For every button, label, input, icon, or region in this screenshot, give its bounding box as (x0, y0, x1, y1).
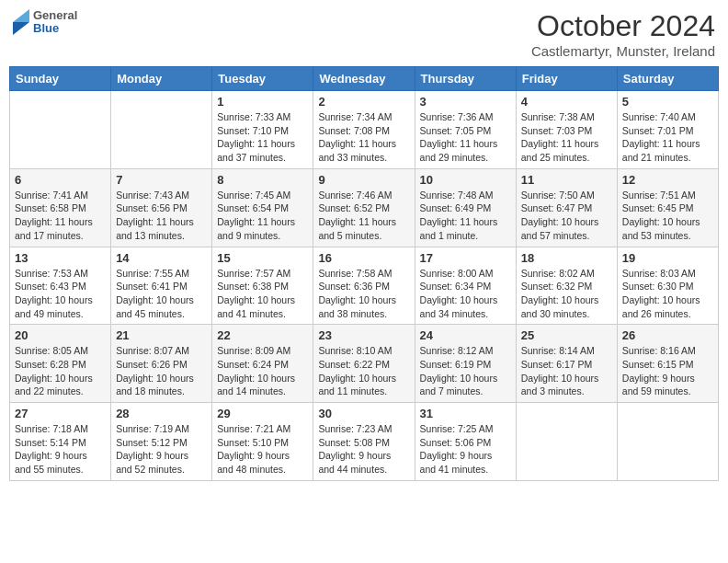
day-info: Sunrise: 8:03 AM Sunset: 6:30 PM Dayligh… (622, 267, 713, 321)
day-cell: 23Sunrise: 8:10 AM Sunset: 6:22 PM Dayli… (313, 325, 415, 403)
day-number: 8 (217, 173, 308, 187)
day-cell: 6Sunrise: 7:41 AM Sunset: 6:58 PM Daylig… (10, 168, 111, 247)
logo-blue: Blue (33, 22, 77, 35)
weekday-header-thursday: Thursday (415, 67, 516, 91)
day-cell: 12Sunrise: 7:51 AM Sunset: 6:45 PM Dayli… (617, 168, 718, 247)
day-info: Sunrise: 7:50 AM Sunset: 6:47 PM Dayligh… (521, 189, 612, 243)
day-cell: 15Sunrise: 7:57 AM Sunset: 6:38 PM Dayli… (212, 247, 313, 325)
day-number: 31 (420, 407, 511, 420)
weekday-header-sunday: Sunday (10, 67, 111, 91)
week-row-2: 13Sunrise: 7:53 AM Sunset: 6:43 PM Dayli… (10, 247, 719, 325)
calendar-table: SundayMondayTuesdayWednesdayThursdayFrid… (9, 66, 719, 481)
day-number: 20 (15, 328, 106, 342)
logo-icon (13, 9, 29, 35)
day-cell: 5Sunrise: 7:40 AM Sunset: 7:01 PM Daylig… (617, 91, 718, 169)
day-info: Sunrise: 8:02 AM Sunset: 6:32 PM Dayligh… (521, 267, 612, 321)
day-cell: 20Sunrise: 8:05 AM Sunset: 6:28 PM Dayli… (10, 325, 111, 403)
day-cell: 13Sunrise: 7:53 AM Sunset: 6:43 PM Dayli… (10, 247, 111, 325)
week-row-4: 27Sunrise: 7:18 AM Sunset: 5:14 PM Dayli… (10, 403, 719, 481)
day-info: Sunrise: 7:33 AM Sunset: 7:10 PM Dayligh… (217, 110, 308, 165)
day-info: Sunrise: 8:12 AM Sunset: 6:19 PM Dayligh… (420, 344, 511, 398)
day-info: Sunrise: 7:55 AM Sunset: 6:41 PM Dayligh… (116, 267, 207, 321)
week-row-3: 20Sunrise: 8:05 AM Sunset: 6:28 PM Dayli… (10, 325, 719, 403)
day-cell: 7Sunrise: 7:43 AM Sunset: 6:56 PM Daylig… (111, 168, 212, 247)
day-number: 28 (116, 407, 207, 420)
day-cell: 25Sunrise: 8:14 AM Sunset: 6:17 PM Dayli… (516, 325, 617, 403)
day-cell: 19Sunrise: 8:03 AM Sunset: 6:30 PM Dayli… (617, 247, 718, 325)
day-info: Sunrise: 7:34 AM Sunset: 7:08 PM Dayligh… (318, 110, 409, 165)
day-info: Sunrise: 8:00 AM Sunset: 6:34 PM Dayligh… (420, 267, 511, 321)
day-number: 18 (521, 251, 612, 265)
week-row-1: 6Sunrise: 7:41 AM Sunset: 6:58 PM Daylig… (10, 168, 719, 247)
week-row-0: 1Sunrise: 7:33 AM Sunset: 7:10 PM Daylig… (10, 91, 719, 169)
day-info: Sunrise: 7:46 AM Sunset: 6:52 PM Dayligh… (318, 189, 409, 243)
day-info: Sunrise: 7:48 AM Sunset: 6:49 PM Dayligh… (420, 189, 511, 243)
page-header: General Blue October 2024 Castlemartyr, … (9, 9, 719, 59)
day-number: 12 (622, 173, 713, 187)
day-cell: 26Sunrise: 8:16 AM Sunset: 6:15 PM Dayli… (617, 325, 718, 403)
day-cell: 1Sunrise: 7:33 AM Sunset: 7:10 PM Daylig… (212, 91, 313, 169)
day-number: 2 (318, 95, 409, 109)
day-info: Sunrise: 7:23 AM Sunset: 5:08 PM Dayligh… (318, 422, 409, 477)
day-number: 25 (521, 328, 612, 342)
day-cell: 31Sunrise: 7:25 AM Sunset: 5:06 PM Dayli… (415, 403, 516, 481)
day-info: Sunrise: 7:36 AM Sunset: 7:05 PM Dayligh… (420, 110, 511, 165)
weekday-header-monday: Monday (111, 67, 212, 91)
day-info: Sunrise: 8:16 AM Sunset: 6:15 PM Dayligh… (622, 344, 713, 398)
location: Castlemartyr, Munster, Ireland (531, 43, 715, 59)
day-number: 13 (15, 251, 106, 265)
day-info: Sunrise: 8:07 AM Sunset: 6:26 PM Dayligh… (116, 344, 207, 398)
logo-text: General Blue (33, 9, 77, 36)
title-section: October 2024 Castlemartyr, Munster, Irel… (531, 9, 715, 59)
day-info: Sunrise: 7:21 AM Sunset: 5:10 PM Dayligh… (217, 422, 308, 477)
day-cell: 11Sunrise: 7:50 AM Sunset: 6:47 PM Dayli… (516, 168, 617, 247)
day-number: 3 (420, 95, 511, 109)
weekday-header-saturday: Saturday (617, 67, 718, 91)
logo: General Blue (13, 9, 77, 36)
day-number: 14 (116, 251, 207, 265)
day-info: Sunrise: 8:05 AM Sunset: 6:28 PM Dayligh… (15, 344, 106, 398)
day-cell: 17Sunrise: 8:00 AM Sunset: 6:34 PM Dayli… (415, 247, 516, 325)
day-cell: 4Sunrise: 7:38 AM Sunset: 7:03 PM Daylig… (516, 91, 617, 169)
day-number: 24 (420, 328, 511, 342)
day-info: Sunrise: 7:38 AM Sunset: 7:03 PM Dayligh… (521, 110, 612, 165)
day-cell: 21Sunrise: 8:07 AM Sunset: 6:26 PM Dayli… (111, 325, 212, 403)
day-number: 16 (318, 251, 409, 265)
day-info: Sunrise: 7:58 AM Sunset: 6:36 PM Dayligh… (318, 267, 409, 321)
weekday-header-row: SundayMondayTuesdayWednesdayThursdayFrid… (10, 67, 719, 91)
logo-general: General (33, 9, 77, 22)
day-number: 22 (217, 328, 308, 342)
day-cell: 28Sunrise: 7:19 AM Sunset: 5:12 PM Dayli… (111, 403, 212, 481)
day-cell: 14Sunrise: 7:55 AM Sunset: 6:41 PM Dayli… (111, 247, 212, 325)
day-info: Sunrise: 7:18 AM Sunset: 5:14 PM Dayligh… (15, 422, 106, 477)
day-info: Sunrise: 8:09 AM Sunset: 6:24 PM Dayligh… (217, 344, 308, 398)
weekday-header-wednesday: Wednesday (313, 67, 415, 91)
day-cell: 24Sunrise: 8:12 AM Sunset: 6:19 PM Dayli… (415, 325, 516, 403)
day-number: 27 (15, 407, 106, 420)
day-number: 30 (318, 407, 409, 420)
day-info: Sunrise: 7:53 AM Sunset: 6:43 PM Dayligh… (15, 267, 106, 321)
day-info: Sunrise: 7:40 AM Sunset: 7:01 PM Dayligh… (622, 110, 713, 165)
day-number: 23 (318, 328, 409, 342)
day-number: 1 (217, 95, 308, 109)
day-info: Sunrise: 7:51 AM Sunset: 6:45 PM Dayligh… (622, 189, 713, 243)
day-info: Sunrise: 7:43 AM Sunset: 6:56 PM Dayligh… (116, 189, 207, 243)
svg-marker-1 (13, 9, 29, 22)
day-number: 21 (116, 328, 207, 342)
day-number: 7 (116, 173, 207, 187)
day-cell (617, 403, 718, 481)
day-number: 26 (622, 328, 713, 342)
day-cell: 22Sunrise: 8:09 AM Sunset: 6:24 PM Dayli… (212, 325, 313, 403)
day-cell: 29Sunrise: 7:21 AM Sunset: 5:10 PM Dayli… (212, 403, 313, 481)
svg-marker-0 (13, 22, 29, 35)
day-cell (10, 91, 111, 169)
day-info: Sunrise: 7:25 AM Sunset: 5:06 PM Dayligh… (420, 422, 511, 477)
day-info: Sunrise: 8:14 AM Sunset: 6:17 PM Dayligh… (521, 344, 612, 398)
day-info: Sunrise: 8:10 AM Sunset: 6:22 PM Dayligh… (318, 344, 409, 398)
day-info: Sunrise: 7:19 AM Sunset: 5:12 PM Dayligh… (116, 422, 207, 477)
day-cell: 30Sunrise: 7:23 AM Sunset: 5:08 PM Dayli… (313, 403, 415, 481)
day-cell (516, 403, 617, 481)
day-number: 6 (15, 173, 106, 187)
day-info: Sunrise: 7:41 AM Sunset: 6:58 PM Dayligh… (15, 189, 106, 243)
month-title: October 2024 (531, 9, 715, 43)
